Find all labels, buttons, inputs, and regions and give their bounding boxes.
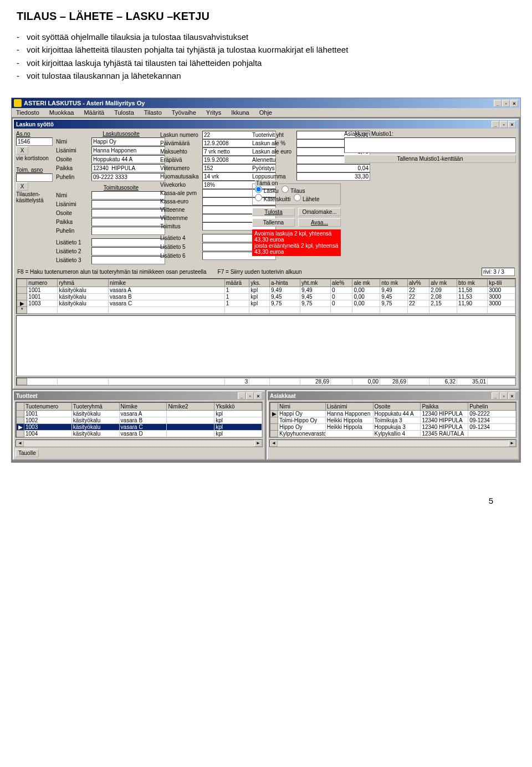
table-row[interactable]: * [17, 307, 515, 314]
tauolle-button[interactable]: Tauolle [16, 449, 39, 457]
max-button[interactable]: ▫ [500, 392, 508, 400]
table-row[interactable]: Toimi-Hippo OyHeikki HippolaToimikuja 31… [270, 417, 516, 424]
toim-osoite-input[interactable] [91, 209, 165, 217]
table-row[interactable]: ▶1003käsityökaluvasara C1kpl9,759,7500,0… [17, 300, 515, 307]
table-row[interactable]: 1001käsityökaluvasara A1kpl9,499,4900,00… [17, 287, 515, 294]
min-button[interactable]: _ [492, 392, 499, 400]
line-items-grid[interactable]: numeroryhmänimikemääräyks.a-hintayht.mka… [16, 278, 516, 314]
tulosta-button[interactable]: Tulosta [252, 208, 295, 216]
child-title: Tuotteet [16, 393, 38, 399]
col-header[interactable]: määrä [224, 279, 249, 287]
menu-item[interactable]: Määritä [81, 109, 106, 116]
scrollbar[interactable]: ◄ ► [269, 439, 516, 447]
close-button[interactable]: × [254, 392, 262, 400]
menu-item[interactable]: Tiedosto [14, 109, 42, 116]
menu-item[interactable]: Muokkaa [47, 109, 76, 116]
min-button[interactable]: _ [492, 121, 499, 128]
radio-tilaus[interactable]: Tilaus [282, 186, 305, 194]
avaa-button[interactable]: Avaa... [298, 218, 341, 227]
close-button[interactable]: × [508, 121, 516, 128]
close-button[interactable]: × [510, 100, 518, 107]
col-header[interactable]: nimike [109, 279, 225, 287]
max-button[interactable]: ▫ [246, 392, 254, 400]
lisanimi-input[interactable] [91, 146, 165, 155]
addr-label: Paikka [56, 165, 90, 171]
col-header[interactable]: alv% [407, 279, 429, 287]
col-header[interactable]: alv mk [429, 279, 457, 287]
scroll-right-icon[interactable]: ► [254, 440, 262, 447]
col-header[interactable]: Osoite [373, 403, 421, 411]
col-header[interactable]: Nimike [119, 403, 167, 411]
col-header[interactable]: Paikka [421, 403, 468, 411]
omalomake-button[interactable]: Omalomake... [298, 208, 341, 216]
tallenna-muistio-button[interactable]: Tallenna Muistio1-kenttään [344, 155, 516, 163]
col-header[interactable]: kp-tili [488, 279, 515, 287]
col-header[interactable]: ale% [331, 279, 352, 287]
toim-lisanimi-input[interactable] [91, 200, 165, 208]
col-header[interactable]: ryhmä [58, 279, 109, 287]
col-header[interactable]: numero [27, 279, 58, 287]
table-row[interactable]: Hippo OyHeikki HippolaHoppukuja 312340 H… [270, 424, 516, 431]
scrollbar[interactable]: ◄ ► [16, 439, 263, 447]
child-titlebar: Laskun syöttö _ ▫ × [14, 120, 518, 129]
lisatieto1-input[interactable] [91, 238, 165, 247]
nimi-input[interactable] [91, 137, 165, 146]
x-button-2[interactable]: X [16, 182, 28, 191]
table-row[interactable]: 1004käsityökaluvasara Dkpl [17, 431, 262, 437]
col-header[interactable]: Lisänimi [325, 403, 373, 411]
table-row[interactable]: ▶Happi OyHanna HapponenHoppukatu 44 A123… [270, 411, 516, 417]
close-button[interactable]: × [508, 392, 516, 400]
max-button[interactable]: ▫ [500, 121, 508, 128]
lisatieto-label: Lisätieto 4 [160, 235, 201, 241]
col-header[interactable]: Yksikkö [214, 403, 262, 411]
table-row[interactable]: KylpyhuonevarastoKylpykallio 412345 RAUT… [270, 431, 516, 437]
menu-item[interactable]: Ohje [257, 109, 274, 116]
asno-input[interactable] [16, 137, 53, 146]
table-row[interactable]: 1001käsityökaluvasara Akpl [17, 411, 262, 417]
addr-label: Lisänimi [56, 201, 90, 207]
muistio-textarea[interactable] [344, 137, 516, 153]
radio-lahete[interactable]: Lähete [294, 194, 319, 202]
menu-item[interactable]: Työvaihe [170, 109, 198, 116]
tallenna-button[interactable]: Tallenna [252, 218, 295, 227]
max-button[interactable]: ▫ [502, 100, 510, 107]
radio-lasku[interactable]: Lasku [255, 186, 278, 194]
toim-asno-input[interactable] [16, 173, 53, 182]
muistio-label: Asiakkaan Muistio1: [344, 131, 516, 137]
toim-paikka-input[interactable] [91, 218, 165, 226]
min-button[interactable]: _ [494, 100, 502, 107]
radio-kateiskuitti[interactable]: Käteiskuitti [255, 194, 290, 202]
min-button[interactable]: _ [238, 392, 245, 400]
col-header[interactable]: yht.mk [300, 279, 331, 287]
lisatieto2-input[interactable] [91, 247, 165, 255]
col-header[interactable]: yks. [249, 279, 270, 287]
scroll-left-icon[interactable]: ◄ [16, 440, 24, 447]
table-row[interactable]: 1002käsityökaluvasara Bkpl [17, 417, 262, 424]
toim-puhelin-input[interactable] [91, 227, 165, 235]
col-header[interactable]: nto mk [380, 279, 408, 287]
osoite-input[interactable] [91, 155, 165, 163]
toim-nimi-input[interactable] [91, 191, 165, 200]
tuotteet-grid[interactable]: TuotenumeroTuoteryhmäNimikeNimike2Yksikk… [16, 402, 263, 438]
puhelin-input[interactable] [91, 173, 165, 181]
scroll-right-icon[interactable]: ► [508, 440, 516, 447]
menu-item[interactable]: Yritys [204, 109, 224, 116]
x-button[interactable]: X [16, 146, 28, 155]
paikka-input[interactable] [91, 164, 165, 172]
col-header[interactable]: Nimike2 [167, 403, 214, 411]
table-row[interactable]: 1001käsityökaluvasara B1kpl9,459,4500,00… [17, 294, 515, 300]
col-header[interactable]: Tuoteryhmä [71, 403, 119, 411]
col-header[interactable]: a-hinta [270, 279, 300, 287]
menu-item[interactable]: Ikkuna [229, 109, 251, 116]
menu-item[interactable]: Tulosta [112, 109, 136, 116]
menu-item[interactable]: Tilasto [142, 109, 164, 116]
table-row[interactable]: ▶1003käsityökaluvasara Ckpl [17, 424, 262, 431]
col-header[interactable]: ale mk [352, 279, 380, 287]
col-header[interactable]: Tuotenumero [24, 403, 72, 411]
scroll-left-icon[interactable]: ◄ [270, 440, 278, 447]
lisatieto3-input[interactable] [91, 256, 165, 264]
col-header[interactable]: bto mk [457, 279, 488, 287]
col-header[interactable]: Puhelin [468, 403, 516, 411]
asiakkaat-grid[interactable]: NimiLisänimiOsoitePaikkaPuhelin▶Happi Oy… [269, 402, 516, 438]
col-header[interactable]: Nimi [278, 403, 326, 411]
